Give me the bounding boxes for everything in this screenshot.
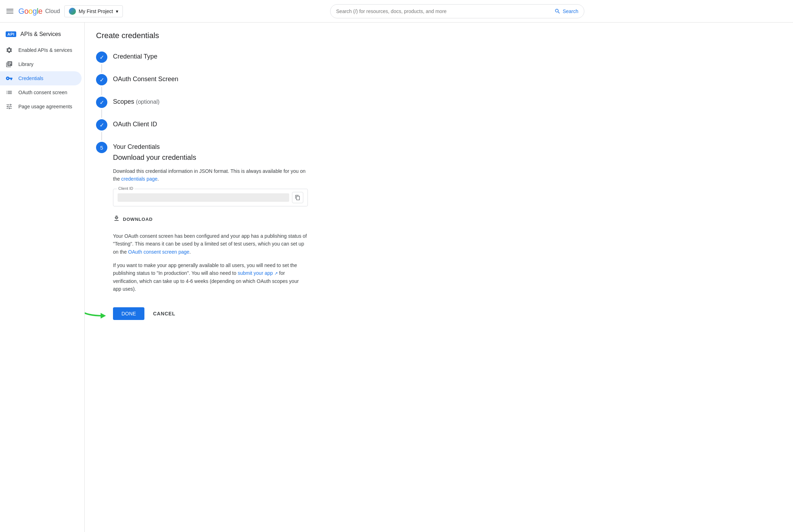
sidebar-item-label: OAuth consent screen	[18, 90, 67, 95]
oauth-consent-link[interactable]: OAuth consent screen page	[128, 249, 190, 255]
step-5: 5 Your Credentials Download your credent…	[96, 142, 308, 328]
sidebar: API APIs & Services Enabled APIs & servi…	[0, 23, 85, 532]
done-button[interactable]: DONE	[113, 307, 144, 320]
sidebar-header: API APIs & Services	[0, 28, 84, 43]
search-bar: Search	[330, 4, 584, 18]
chevron-down-icon: ▾	[116, 8, 118, 14]
credentials-page-link[interactable]: credentials page	[121, 176, 157, 182]
step-3-optional: (optional)	[136, 99, 160, 105]
step-3: ✓ Scopes (optional)	[96, 97, 308, 119]
settings-icon	[6, 47, 13, 54]
step-1-circle: ✓	[96, 52, 107, 63]
copy-icon	[295, 195, 300, 200]
credentials-section-title: Download your credentials	[113, 153, 308, 162]
project-selector[interactable]: My First Project ▾	[64, 5, 123, 17]
done-label: DONE	[121, 311, 136, 316]
sidebar-item-library[interactable]: Library	[0, 57, 82, 71]
page-title: Create credentials	[96, 31, 782, 40]
google-logo-text: Google	[18, 7, 42, 16]
step-3-circle: ✓	[96, 97, 107, 108]
step-4-title: OAuth Client ID	[113, 121, 157, 128]
step-1-title: Credential Type	[113, 53, 157, 60]
client-id-field: Client ID	[113, 189, 308, 206]
cloud-logo-text: Cloud	[45, 8, 60, 14]
step-2: ✓ OAuth Consent Screen	[96, 74, 308, 97]
sidebar-item-credentials[interactable]: Credentials	[0, 71, 82, 85]
step-1-check-icon: ✓	[100, 54, 104, 61]
submit-app-link[interactable]: submit your app ↗	[238, 270, 279, 276]
client-id-row	[118, 192, 303, 203]
step-4-circle: ✓	[96, 119, 107, 131]
step-4-line	[101, 132, 102, 140]
client-id-label: Client ID	[117, 186, 135, 191]
download-icon	[113, 215, 120, 224]
credentials-content: Download your credentials Download this …	[113, 153, 308, 320]
info-text-2: If you want to make your app generally a…	[113, 261, 308, 293]
step-2-title: OAuth Consent Screen	[113, 75, 178, 83]
step-3-check-icon: ✓	[100, 99, 104, 106]
svg-marker-0	[101, 313, 106, 319]
header: Google Cloud My First Project ▾ Search	[0, 0, 793, 23]
client-id-value	[118, 193, 289, 202]
step-2-line	[101, 87, 102, 95]
step-5-title: Your Credentials	[113, 143, 308, 151]
step-3-left: ✓	[96, 97, 107, 119]
credentials-description: Download this credential information in …	[113, 167, 308, 183]
download-label: DOWNLOAD	[123, 217, 153, 222]
step-4-check-icon: ✓	[100, 122, 104, 128]
step-2-left: ✓	[96, 74, 107, 97]
step-3-right: Scopes (optional)	[113, 97, 160, 119]
copy-button[interactable]	[292, 192, 303, 203]
sidebar-item-label: Library	[18, 61, 34, 67]
arrow-decoration	[85, 295, 113, 324]
cancel-label: CANCEL	[153, 311, 175, 316]
sidebar-item-label: Enabled APIs & services	[18, 47, 72, 53]
library-icon	[6, 61, 13, 68]
layout: API APIs & Services Enabled APIs & servi…	[0, 23, 793, 532]
sidebar-item-oauth-consent[interactable]: OAuth consent screen	[0, 85, 82, 99]
step-3-title: Scopes (optional)	[113, 98, 160, 105]
menu-icon[interactable]	[6, 7, 14, 16]
cancel-button[interactable]: CANCEL	[150, 307, 178, 320]
step-3-line	[101, 109, 102, 118]
download-button[interactable]: DOWNLOAD	[113, 212, 153, 226]
search-input[interactable]	[336, 8, 551, 14]
sidebar-item-page-usage[interactable]: Page usage agreements	[0, 99, 82, 114]
step-3-label: Scopes	[113, 98, 134, 105]
step-5-right: Your Credentials Download your credentia…	[113, 142, 308, 328]
sidebar-title: APIs & Services	[20, 31, 61, 37]
arrow-svg	[85, 295, 113, 323]
step-1: ✓ Credential Type	[96, 52, 308, 74]
sidebar-item-label: Page usage agreements	[18, 104, 72, 109]
external-link-icon: ↗	[274, 271, 278, 276]
step-2-right: OAuth Consent Screen	[113, 74, 178, 97]
step-1-left: ✓	[96, 52, 107, 74]
search-button-label: Search	[563, 8, 578, 14]
steps-container: ✓ Credential Type ✓ OAuth Consent Scr	[96, 52, 308, 328]
main-content: Create credentials ✓ Credential Type	[85, 23, 793, 532]
bottom-actions: DONE CANCEL	[113, 302, 308, 320]
step-1-line	[101, 64, 102, 73]
sidebar-item-enabled-apis[interactable]: Enabled APIs & services	[0, 43, 82, 57]
step-1-right: Credential Type	[113, 52, 157, 74]
logo[interactable]: Google Cloud	[18, 7, 60, 16]
search-icon	[554, 8, 561, 14]
sidebar-item-label: Credentials	[18, 75, 43, 81]
step-2-check-icon: ✓	[100, 77, 104, 83]
key-icon	[6, 75, 13, 82]
api-badge: API	[6, 31, 16, 37]
search-button[interactable]: Search	[554, 8, 578, 14]
info-text-1: Your OAuth consent screen has been confi…	[113, 232, 308, 256]
step-4-right: OAuth Client ID	[113, 119, 157, 142]
settings-list-icon	[6, 103, 13, 110]
project-name: My First Project	[79, 8, 113, 14]
step-2-circle: ✓	[96, 74, 107, 85]
step-5-circle: 5	[96, 142, 107, 153]
step-4-left: ✓	[96, 119, 107, 142]
list-icon	[6, 89, 13, 96]
project-dot-icon	[69, 8, 76, 15]
step-5-number: 5	[100, 145, 103, 151]
step-4: ✓ OAuth Client ID	[96, 119, 308, 142]
